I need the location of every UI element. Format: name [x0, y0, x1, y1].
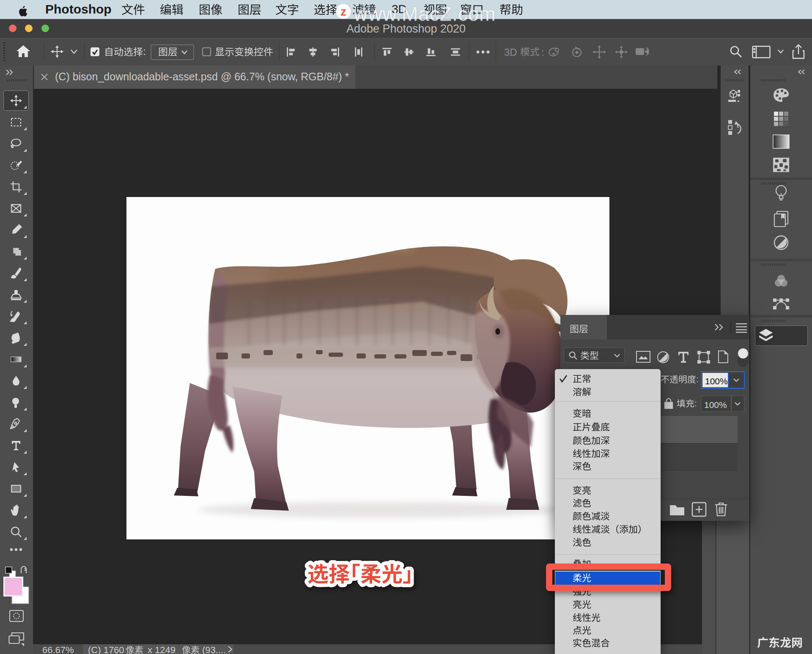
- svg-text:z: z: [340, 5, 346, 18]
